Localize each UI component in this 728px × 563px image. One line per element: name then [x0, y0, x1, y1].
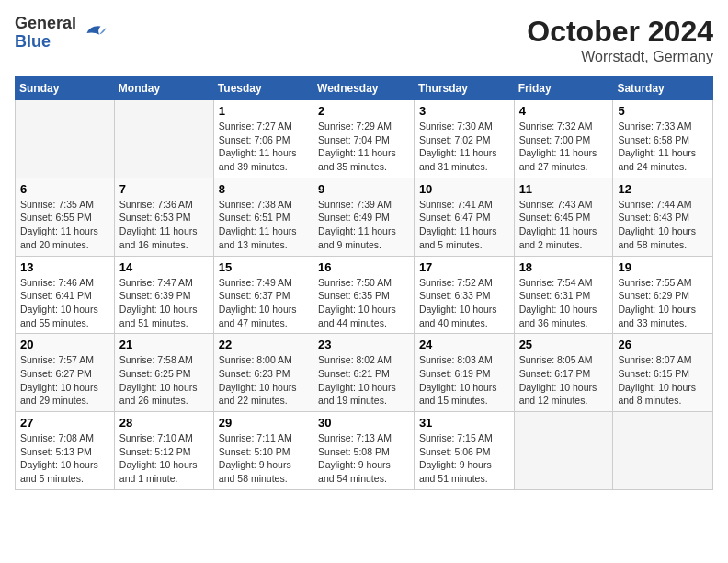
- day-number: 25: [519, 338, 609, 351]
- day-info: Sunrise: 7:35 AMSunset: 6:55 PMDaylight:…: [20, 198, 109, 252]
- day-info: Sunrise: 7:39 AMSunset: 6:49 PMDaylight:…: [318, 198, 409, 252]
- calendar-day-cell: 26Sunrise: 8:07 AMSunset: 6:15 PMDayligh…: [613, 334, 713, 412]
- day-number: 13: [20, 260, 109, 274]
- day-info: Sunrise: 7:41 AMSunset: 6:47 PMDaylight:…: [419, 198, 509, 252]
- calendar-day-cell: 15Sunrise: 7:49 AMSunset: 6:37 PMDayligh…: [213, 256, 313, 334]
- calendar-day-cell: 24Sunrise: 8:03 AMSunset: 6:19 PMDayligh…: [414, 334, 514, 412]
- day-info: Sunrise: 7:13 AMSunset: 5:08 PMDaylight:…: [318, 431, 409, 486]
- calendar-day-cell: 2Sunrise: 7:29 AMSunset: 7:04 PMDaylight…: [313, 100, 415, 178]
- calendar-table: SundayMondayTuesdayWednesdayThursdayFrid…: [15, 76, 713, 490]
- day-number: 16: [318, 260, 409, 274]
- day-info: Sunrise: 7:38 AMSunset: 6:51 PMDaylight:…: [219, 198, 308, 252]
- calendar-day-cell: [114, 100, 213, 178]
- title-block: October 2024 Worrstadt, Germany: [527, 15, 713, 65]
- logo-blue: Blue: [15, 33, 76, 52]
- logo-text: General Blue: [15, 15, 76, 52]
- page-header: General Blue October 2024 Worrstadt, Ger…: [15, 15, 713, 65]
- day-number: 18: [519, 260, 609, 274]
- calendar-header-saturday: Saturday: [613, 77, 713, 100]
- day-info: Sunrise: 8:05 AMSunset: 6:17 PMDaylight:…: [519, 353, 609, 408]
- day-number: 23: [318, 338, 409, 351]
- day-number: 20: [20, 338, 109, 351]
- calendar-day-cell: 29Sunrise: 7:11 AMSunset: 5:10 PMDayligh…: [213, 412, 313, 490]
- day-number: 3: [419, 104, 509, 118]
- day-number: 5: [618, 104, 708, 118]
- day-info: Sunrise: 7:11 AMSunset: 5:10 PMDaylight:…: [219, 431, 308, 486]
- calendar-day-cell: 7Sunrise: 7:36 AMSunset: 6:53 PMDaylight…: [114, 178, 213, 256]
- calendar-day-cell: 31Sunrise: 7:15 AMSunset: 5:06 PMDayligh…: [414, 412, 514, 490]
- calendar-week-row: 13Sunrise: 7:46 AMSunset: 6:41 PMDayligh…: [16, 256, 713, 334]
- calendar-day-cell: 16Sunrise: 7:50 AMSunset: 6:35 PMDayligh…: [313, 256, 415, 334]
- calendar-day-cell: [514, 412, 613, 490]
- day-info: Sunrise: 7:49 AMSunset: 6:37 PMDaylight:…: [219, 276, 308, 330]
- day-number: 14: [119, 260, 209, 274]
- calendar-day-cell: 19Sunrise: 7:55 AMSunset: 6:29 PMDayligh…: [613, 256, 713, 334]
- day-info: Sunrise: 7:57 AMSunset: 6:27 PMDaylight:…: [20, 353, 109, 408]
- day-info: Sunrise: 7:29 AMSunset: 7:04 PMDaylight:…: [318, 120, 409, 174]
- day-number: 26: [618, 338, 708, 351]
- calendar-day-cell: 23Sunrise: 8:02 AMSunset: 6:21 PMDayligh…: [313, 334, 415, 412]
- day-number: 17: [419, 260, 509, 274]
- day-number: 2: [318, 104, 409, 118]
- day-number: 9: [318, 182, 409, 196]
- page-title: October 2024: [527, 15, 713, 49]
- calendar-day-cell: 21Sunrise: 7:58 AMSunset: 6:25 PMDayligh…: [114, 334, 213, 412]
- day-number: 29: [219, 416, 308, 430]
- day-number: 30: [318, 416, 409, 430]
- day-info: Sunrise: 7:30 AMSunset: 7:02 PMDaylight:…: [419, 120, 509, 174]
- day-number: 31: [419, 416, 509, 430]
- calendar-day-cell: 18Sunrise: 7:54 AMSunset: 6:31 PMDayligh…: [514, 256, 613, 334]
- calendar-day-cell: 12Sunrise: 7:44 AMSunset: 6:43 PMDayligh…: [613, 178, 713, 256]
- calendar-day-cell: 8Sunrise: 7:38 AMSunset: 6:51 PMDaylight…: [213, 178, 313, 256]
- calendar-day-cell: 9Sunrise: 7:39 AMSunset: 6:49 PMDaylight…: [313, 178, 415, 256]
- day-number: 12: [618, 182, 708, 196]
- calendar-header-sunday: Sunday: [16, 77, 115, 100]
- day-number: 24: [419, 338, 509, 351]
- calendar-day-cell: 14Sunrise: 7:47 AMSunset: 6:39 PMDayligh…: [114, 256, 213, 334]
- day-info: Sunrise: 7:33 AMSunset: 6:58 PMDaylight:…: [618, 120, 708, 174]
- calendar-header-wednesday: Wednesday: [313, 77, 415, 100]
- day-number: 19: [618, 260, 708, 274]
- calendar-header-friday: Friday: [514, 77, 613, 100]
- calendar-day-cell: 4Sunrise: 7:32 AMSunset: 7:00 PMDaylight…: [514, 100, 613, 178]
- day-info: Sunrise: 7:27 AMSunset: 7:06 PMDaylight:…: [219, 120, 308, 174]
- day-info: Sunrise: 8:00 AMSunset: 6:23 PMDaylight:…: [219, 353, 308, 408]
- day-info: Sunrise: 7:32 AMSunset: 7:00 PMDaylight:…: [519, 120, 609, 174]
- calendar-day-cell: [16, 100, 115, 178]
- calendar-day-cell: 11Sunrise: 7:43 AMSunset: 6:45 PMDayligh…: [514, 178, 613, 256]
- day-info: Sunrise: 7:55 AMSunset: 6:29 PMDaylight:…: [618, 276, 708, 330]
- day-number: 6: [20, 182, 109, 196]
- day-info: Sunrise: 7:52 AMSunset: 6:33 PMDaylight:…: [419, 276, 509, 330]
- calendar-day-cell: 22Sunrise: 8:00 AMSunset: 6:23 PMDayligh…: [213, 334, 313, 412]
- calendar-day-cell: 27Sunrise: 7:08 AMSunset: 5:13 PMDayligh…: [16, 412, 115, 490]
- calendar-header-thursday: Thursday: [414, 77, 514, 100]
- day-number: 11: [519, 182, 609, 196]
- day-info: Sunrise: 7:10 AMSunset: 5:12 PMDaylight:…: [119, 431, 209, 486]
- day-info: Sunrise: 8:07 AMSunset: 6:15 PMDaylight:…: [618, 353, 708, 408]
- calendar-day-cell: 25Sunrise: 8:05 AMSunset: 6:17 PMDayligh…: [514, 334, 613, 412]
- day-info: Sunrise: 7:15 AMSunset: 5:06 PMDaylight:…: [419, 431, 509, 486]
- day-number: 8: [219, 182, 308, 196]
- day-info: Sunrise: 7:44 AMSunset: 6:43 PMDaylight:…: [618, 198, 708, 252]
- day-number: 7: [119, 182, 209, 196]
- calendar-day-cell: [613, 412, 713, 490]
- calendar-header-monday: Monday: [114, 77, 213, 100]
- day-info: Sunrise: 7:36 AMSunset: 6:53 PMDaylight:…: [119, 198, 209, 252]
- day-number: 10: [419, 182, 509, 196]
- day-info: Sunrise: 7:58 AMSunset: 6:25 PMDaylight:…: [119, 353, 209, 408]
- day-info: Sunrise: 7:54 AMSunset: 6:31 PMDaylight:…: [519, 276, 609, 330]
- calendar-day-cell: 28Sunrise: 7:10 AMSunset: 5:12 PMDayligh…: [114, 412, 213, 490]
- day-info: Sunrise: 7:08 AMSunset: 5:13 PMDaylight:…: [20, 431, 109, 486]
- page-subtitle: Worrstadt, Germany: [527, 49, 713, 65]
- logo: General Blue: [15, 15, 108, 52]
- calendar-day-cell: 1Sunrise: 7:27 AMSunset: 7:06 PMDaylight…: [213, 100, 313, 178]
- day-number: 22: [219, 338, 308, 351]
- day-number: 28: [119, 416, 209, 430]
- day-number: 1: [219, 104, 308, 118]
- calendar-week-row: 1Sunrise: 7:27 AMSunset: 7:06 PMDaylight…: [16, 100, 713, 178]
- day-info: Sunrise: 7:50 AMSunset: 6:35 PMDaylight:…: [318, 276, 409, 330]
- day-number: 27: [20, 416, 109, 430]
- calendar-header-row: SundayMondayTuesdayWednesdayThursdayFrid…: [16, 77, 713, 100]
- day-number: 21: [119, 338, 209, 351]
- logo-general: General: [15, 15, 76, 33]
